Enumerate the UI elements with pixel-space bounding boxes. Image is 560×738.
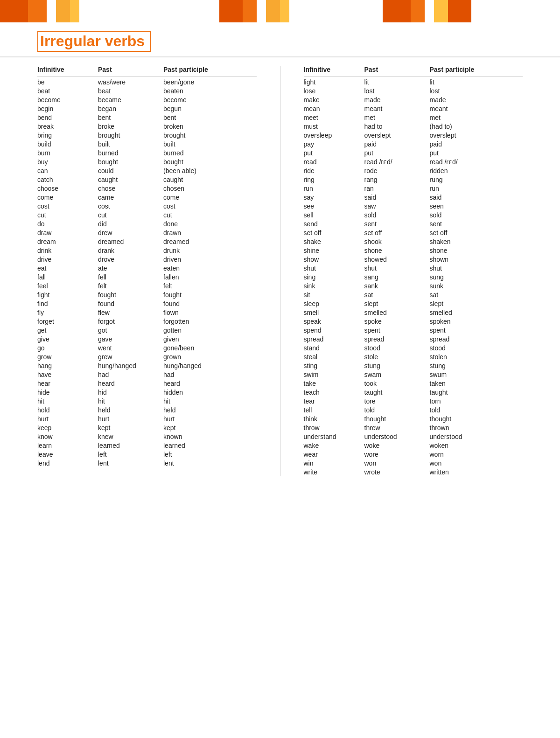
verb-infinitive: hang [37,362,98,369]
table-row: becomebecamebecome [37,95,257,104]
verb-past: hit [98,397,163,405]
verb-infinitive: throw [304,424,364,432]
table-row: saysaidsaid [304,193,523,202]
right-verbs-container: lightlitlitloselostlostmakemademademeanm… [304,77,523,476]
table-row: buyboughtbought [37,157,257,166]
verb-past: came [98,194,163,201]
verb-infinitive: go [37,344,98,352]
main-content: Infinitive Past Past participle bewas/we… [0,57,560,490]
verb-past: went [98,344,163,352]
verb-pp: lost [430,87,504,95]
verb-past: wore [364,451,430,458]
verb-pp: forgotten [163,318,238,325]
verb-pp: put [430,149,504,157]
verb-infinitive: see [304,202,364,210]
table-row: smellsmelledsmelled [304,308,523,317]
verb-past: lost [364,87,430,95]
verb-past: paid [364,140,430,148]
verb-infinitive: draw [37,229,98,237]
verb-infinitive: learn [37,442,98,449]
verb-pp: beaten [163,87,238,95]
verb-past: had [98,371,163,378]
verb-pp: thrown [430,424,504,432]
top-bar-segment [280,0,289,22]
table-row: wakewokewoken [304,441,523,450]
verb-past: broke [98,123,163,130]
verb-infinitive: shine [304,247,364,254]
verb-pp: sunk [430,282,504,290]
table-row: spreadspreadspread [304,334,523,343]
verb-infinitive: show [304,256,364,263]
verb-past: rode [364,167,430,174]
verb-pp: fought [163,291,238,299]
table-row: meanmeantmeant [304,104,523,113]
table-row: thinkthoughtthought [304,414,523,423]
verb-pp: thought [430,415,504,423]
verb-infinitive: wear [304,451,364,458]
verb-pp: sung [430,273,504,281]
table-row: beatbeatbeaten [37,86,257,95]
verb-past: bought [98,158,163,166]
top-bar-segment [243,0,257,22]
verb-pp: shone [430,247,504,254]
verb-past: became [98,96,163,104]
verb-infinitive: catch [37,176,98,183]
verb-past: tore [364,397,430,405]
verb-pp: spent [430,327,504,334]
verb-pp: taught [430,389,504,396]
verb-infinitive: leave [37,451,98,458]
verb-past: flew [98,309,163,316]
verb-pp: broken [163,123,238,130]
verb-pp: bent [163,114,238,121]
table-row: paypaidpaid [304,139,523,148]
verb-past: overslept [364,132,430,139]
table-row: hanghung/hangedhung/hanged [37,361,257,370]
verb-pp: burned [163,149,238,157]
top-bar-segment [383,0,411,22]
verb-infinitive: get [37,327,98,334]
verb-past: shone [364,247,430,254]
table-row: comecamecome [37,193,257,202]
verb-infinitive: spread [304,335,364,343]
verb-past: got [98,327,163,334]
verb-pp: chosen [163,185,238,192]
verb-infinitive: bring [37,132,98,139]
verb-past: rang [364,176,430,183]
verb-pp: made [430,96,504,104]
table-row: havehadhad [37,370,257,379]
table-row: leaveleftleft [37,450,257,459]
verb-past: left [98,451,163,458]
table-row: cutcutcut [37,210,257,219]
verb-infinitive: light [304,78,364,86]
verb-past: drew [98,229,163,237]
verb-pp: hidden [163,389,238,396]
table-row: choosechosechosen [37,184,257,193]
verb-past: heard [98,380,163,387]
table-row: teartoretorn [304,397,523,405]
verb-infinitive: fight [37,291,98,299]
verb-infinitive: do [37,220,98,228]
verb-past: stung [364,362,430,369]
verb-pp: hung/hanged [163,362,238,369]
verb-past: brought [98,132,163,139]
table-row: shineshoneshone [304,246,523,255]
table-row: swimswamswum [304,370,523,379]
table-row: standstoodstood [304,343,523,352]
table-row: keepkeptkept [37,423,257,432]
table-row: teachtaughttaught [304,388,523,397]
table-row: breakbrokebroken [37,122,257,131]
verb-pp: overslept [430,132,504,139]
table-row: costcostcost [37,202,257,210]
verb-pp: been/gone [163,78,238,86]
verb-past: grew [98,353,163,361]
verb-pp: begun [163,105,238,112]
verb-past: beat [98,87,163,95]
verb-past: was/were [98,78,163,86]
verb-past: fought [98,291,163,299]
verb-infinitive: tear [304,397,364,405]
verb-infinitive: hear [37,380,98,387]
verb-past: hid [98,389,163,396]
top-bar-segment [219,0,243,22]
verb-pp: found [163,300,238,307]
verb-pp: drunk [163,247,238,254]
